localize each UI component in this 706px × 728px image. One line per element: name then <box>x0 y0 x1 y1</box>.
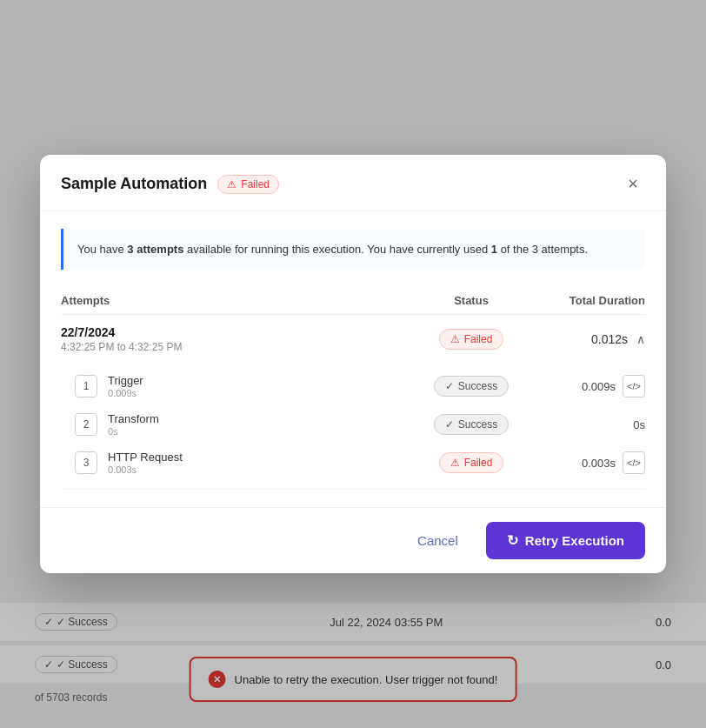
modal-title: Sample Automation <box>61 175 207 193</box>
attempts-table: Attempts Status Total Duration 22/7/2024… <box>61 287 645 490</box>
attempt-row: 22/7/2024 4:32:25 PM to 4:32:25 PM ⚠ Fai… <box>61 315 645 490</box>
info-text-prefix: You have <box>77 243 127 256</box>
info-text-suffix: of the 3 attempts. <box>497 243 588 256</box>
step-row-1: 1 Trigger 0.009s ✓ Success <box>61 367 645 405</box>
col-status: Status <box>419 294 523 307</box>
step-1-status-col: ✓ Success <box>419 376 523 397</box>
step-1-left: 1 Trigger 0.009s <box>75 374 419 398</box>
retry-label: Retry Execution <box>525 533 624 548</box>
chevron-up-button[interactable]: ∧ <box>636 332 645 346</box>
step-1-number: 1 <box>75 375 97 397</box>
failed-badge: ⚠ Failed <box>217 175 279 194</box>
step-2-number: 2 <box>75 413 97 436</box>
retry-icon: ↻ <box>507 532 518 549</box>
col-attempts: Attempts <box>61 294 419 307</box>
step-1-duration-label: 0.009s <box>108 388 143 398</box>
modal-overlay: Sample Automation ⚠ Failed × You have 3 … <box>0 0 706 728</box>
step-2-left: 2 Transform 0s <box>75 412 419 437</box>
step-3-badge: ⚠ Failed <box>439 452 504 473</box>
close-button[interactable]: × <box>621 172 645 197</box>
step-2-duration-label: 0s <box>108 426 159 437</box>
attempt-duration: 0.012s <box>591 332 628 346</box>
modal-dialog: Sample Automation ⚠ Failed × You have 3 … <box>40 155 666 574</box>
attempt-main: 22/7/2024 4:32:25 PM to 4:32:25 PM ⚠ Fai… <box>61 315 645 364</box>
modal-footer: Cancel ↻ Retry Execution <box>40 507 666 573</box>
attempt-duration-col: 0.012s ∧ <box>523 332 645 346</box>
step-3-info: HTTP Request 0.003s <box>108 451 183 475</box>
step-row-2: 2 Transform 0s ✓ Success <box>61 405 645 444</box>
table-header: Attempts Status Total Duration <box>61 287 645 315</box>
step-1-code-button[interactable]: </> <box>623 375 645 397</box>
info-banner: You have 3 attempts available for runnin… <box>61 229 645 270</box>
warning-icon: ⚠ <box>227 178 236 190</box>
step-2-status-col: ✓ Success <box>419 414 523 435</box>
check-circle-icon-2: ✓ <box>445 418 454 431</box>
col-duration: Total Duration <box>523 294 645 307</box>
attempt-status-badge: ⚠ Failed <box>439 329 504 350</box>
retry-execution-button[interactable]: ↻ Retry Execution <box>486 522 645 559</box>
step-row-3: 3 HTTP Request 0.003s ⚠ Failed <box>61 444 645 482</box>
step-1-duration-col: 0.009s </> <box>523 375 645 397</box>
step-1-name: Trigger <box>108 374 143 387</box>
info-used-bold: 1 <box>491 243 497 256</box>
check-circle-icon-1: ✓ <box>445 380 454 392</box>
step-3-status-col: ⚠ Failed <box>419 452 523 473</box>
steps-container: 1 Trigger 0.009s ✓ Success <box>61 364 645 489</box>
step-3-name: HTTP Request <box>108 451 183 464</box>
attempt-date: 22/7/2024 <box>61 325 419 339</box>
step-3-duration-label: 0.003s <box>108 464 183 475</box>
info-attempts-bold: 3 attempts <box>127 243 183 256</box>
attempt-status-col: ⚠ Failed <box>419 329 523 350</box>
step-3-left: 3 HTTP Request 0.003s <box>75 451 419 475</box>
step-2-badge: ✓ Success <box>434 414 509 435</box>
cancel-button[interactable]: Cancel <box>403 526 472 555</box>
step-2-name: Transform <box>108 412 159 425</box>
attempt-date-info: 22/7/2024 4:32:25 PM to 4:32:25 PM <box>61 325 419 353</box>
step-3-duration-col: 0.003s </> <box>523 451 645 474</box>
modal-header: Sample Automation ⚠ Failed × <box>40 155 666 211</box>
failed-warning-icon: ⚠ <box>450 333 460 345</box>
warning-icon-3: ⚠ <box>450 457 460 469</box>
modal-body: You have 3 attempts available for runnin… <box>40 211 666 508</box>
step-1-badge: ✓ Success <box>434 376 509 397</box>
step-2-duration: 0s <box>633 418 645 431</box>
step-2-duration-col: 0s <box>523 418 645 431</box>
step-1-duration: 0.009s <box>582 380 616 393</box>
attempt-time: 4:32:25 PM to 4:32:25 PM <box>61 341 419 353</box>
step-2-info: Transform 0s <box>108 412 159 437</box>
step-1-info: Trigger 0.009s <box>108 374 143 398</box>
step-3-duration: 0.003s <box>582 457 616 470</box>
info-text-mid: available for running this execution. Yo… <box>183 243 490 256</box>
step-3-code-button[interactable]: </> <box>623 451 645 474</box>
step-3-number: 3 <box>75 451 97 474</box>
